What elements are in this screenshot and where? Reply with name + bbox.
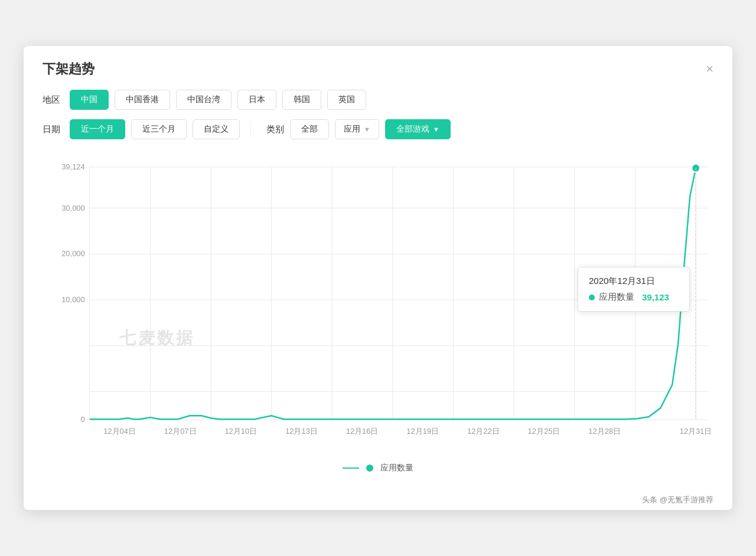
chart-peak-dot [692,164,700,172]
svg-text:12月16日: 12月16日 [346,427,379,436]
dialog-title: 下架趋势 [43,60,94,78]
svg-text:0: 0 [81,415,85,424]
game-type-btn[interactable]: 全部游戏 ▼ [385,119,451,139]
app-type-arrow: ▼ [364,126,370,133]
region-btn-jp[interactable]: 日本 [237,90,276,110]
game-type-arrow: ▼ [433,126,439,133]
legend-line [343,467,359,469]
chart-legend: 应用数量 [43,463,713,473]
svg-text:12月31日: 12月31日 [680,427,712,436]
region-label: 地区 [43,94,64,106]
main-dialog: 下架趋势 × 地区 中国 中国香港 中国台湾 日本 韩国 英国 日期 近一个月 … [24,46,732,510]
tooltip-value: 39,123 [642,292,669,302]
svg-text:12月07日: 12月07日 [164,427,197,436]
svg-text:39,124: 39,124 [61,162,85,171]
category-label: 类别 [266,124,284,135]
svg-text:12月13日: 12月13日 [285,427,318,436]
region-btn-kr[interactable]: 韩国 [282,90,321,110]
date-btn-3months[interactable]: 近三个月 [131,119,187,139]
region-btn-uk[interactable]: 英国 [327,90,366,110]
tooltip-label: 应用数量 [599,292,634,303]
chart-tooltip: 2020年12月31日 应用数量 39,123 [578,267,690,312]
tooltip-dot [589,295,595,300]
svg-text:12月04日: 12月04日 [103,427,136,436]
region-btn-hk[interactable]: 中国香港 [115,90,170,110]
divider [250,121,251,138]
close-button[interactable]: × [706,63,713,76]
app-type-label: 应用 [344,124,360,135]
svg-text:20,000: 20,000 [61,249,85,258]
region-btn-tw[interactable]: 中国台湾 [176,90,232,110]
dialog-header: 下架趋势 × [43,60,713,78]
chart-area: 七麦数据 39,124 30,000 20, [43,149,713,491]
svg-text:10,000: 10,000 [61,295,85,304]
svg-text:30,000: 30,000 [61,204,85,212]
tooltip-item: 应用数量 39,123 [589,292,679,303]
region-btn-china[interactable]: 中国 [70,90,109,110]
date-btn-month[interactable]: 近一个月 [70,119,125,139]
date-btn-custom[interactable]: 自定义 [193,119,240,139]
svg-text:12月28日: 12月28日 [588,427,621,436]
game-type-label: 全部游戏 [396,124,429,135]
svg-text:12月22日: 12月22日 [467,427,500,436]
footer-credit: 头条 @无氪手游推荐 [642,495,713,505]
legend-label: 应用数量 [380,463,413,473]
date-label: 日期 [43,124,64,135]
legend-dot [366,465,373,472]
app-type-select[interactable]: 应用 ▼ [335,119,379,139]
date-filter-row: 日期 近一个月 近三个月 自定义 类别 全部 应用 ▼ 全部游戏 ▼ [43,119,713,139]
category-all-btn[interactable]: 全部 [290,119,329,139]
svg-text:12月25日: 12月25日 [528,427,561,436]
tooltip-date: 2020年12月31日 [589,276,679,287]
svg-text:12月10日: 12月10日 [224,427,257,436]
svg-text:12月19日: 12月19日 [406,427,439,436]
region-filter-row: 地区 中国 中国香港 中国台湾 日本 韩国 英国 [43,90,713,110]
